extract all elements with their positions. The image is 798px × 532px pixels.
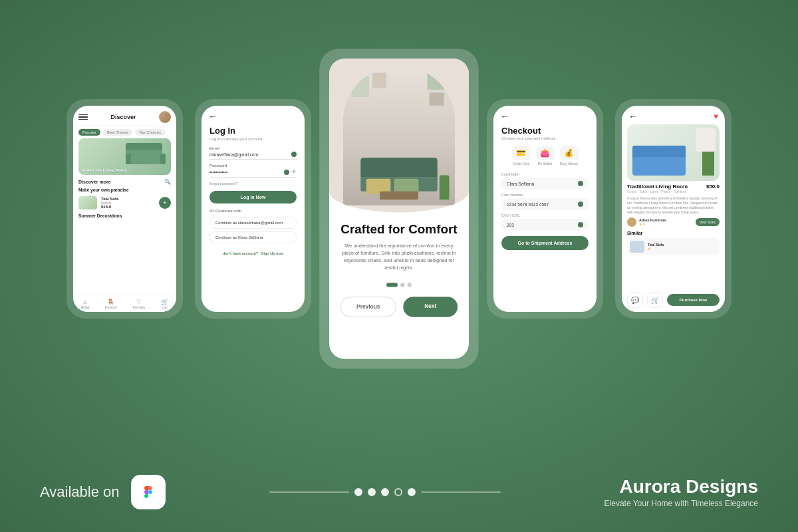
page-indicator-dots (354, 488, 416, 496)
product-thumbnail (78, 196, 97, 209)
purchase-now-button[interactable]: Purchase Now (667, 294, 720, 306)
sofa-scene (360, 158, 438, 191)
cardholder-field: Cardholder Clara Seftiana (501, 172, 589, 190)
bottom-center-section (166, 488, 604, 496)
cvv-input[interactable]: 203 (507, 223, 578, 227)
email-input-wrap: claraseftiana@gmail.com (209, 152, 297, 160)
add-to-cart-button[interactable]: + (159, 197, 171, 209)
brand-tagline: Elevate Your Home with Timeless Elegance (604, 499, 758, 508)
password-input[interactable]: •••••••••••• (209, 170, 284, 174)
easy-money-icon: 💰 (560, 146, 579, 160)
nav-cart-label: Cart (162, 306, 168, 309)
phone4-outer: ← Checkout Choose your payment method. 💳… (487, 99, 603, 319)
similar-product-card[interactable]: Teal Sofa ★ (627, 238, 720, 255)
favorite-heart-icon[interactable]: ♥ (714, 112, 718, 121)
next-button[interactable]: Next (403, 297, 458, 317)
cvv-check-icon (578, 222, 583, 227)
wallet-label: My Wallet (538, 162, 553, 166)
signup-prompt: don't have account? Sign Up now (201, 246, 305, 261)
product-detail-name: Traditional Living Room (627, 184, 688, 190)
page-dot-2[interactable] (368, 488, 376, 496)
available-on-text: Available on (40, 483, 119, 501)
email-field: Email claraseftiana@gmail.com (209, 146, 297, 160)
credit-card-label: Credit Card (513, 162, 530, 166)
hamburger-icon[interactable] (78, 114, 88, 120)
easy-money-option[interactable]: 💰 Easy Money (560, 146, 579, 166)
cvv-input-wrap: 203 (501, 219, 589, 231)
product-row: Teal Sofa Kinfolk $15.0 + (73, 195, 176, 211)
dot-2[interactable] (400, 283, 404, 287)
credit-card-option[interactable]: 💳 Credit Card (512, 146, 531, 166)
page-dot-5[interactable] (408, 488, 416, 496)
phone2-login: ← Log In Log in to access your account. … (201, 106, 305, 312)
login-button[interactable]: Log In Now (209, 191, 297, 203)
phone1-outer: Discover Popular Best Theme Top Choices (66, 99, 183, 319)
eye-icon[interactable]: 👁 (291, 169, 297, 175)
crafted-description: We understand the importance of comfort … (340, 242, 458, 271)
email-input[interactable]: claraseftiana@gmail.com (209, 152, 291, 157)
dot-1[interactable] (386, 283, 398, 287)
phone1-title: Discover (110, 114, 136, 120)
forgot-password[interactable]: forgot password? (201, 182, 305, 191)
banner-title: Green Tea Living Room (82, 168, 127, 172)
view-sizes-button[interactable]: View Sizes (696, 218, 720, 226)
nav-home-label: Home (81, 306, 89, 309)
plant-decoration (440, 176, 450, 200)
figma-icon[interactable] (131, 475, 166, 509)
banner-image: Green Tea Living Room (78, 138, 171, 175)
checkout-back-button[interactable]: ← (493, 106, 597, 124)
dot-3[interactable] (408, 283, 412, 287)
phones-row: Discover Popular Best Theme Top Choices (0, 0, 798, 361)
password-input-wrap: •••••••••••• 👁 (209, 169, 297, 178)
bottom-left-section: Available on (40, 475, 166, 509)
search-icon[interactable]: 🔍 (164, 179, 171, 185)
page-dot-4[interactable] (394, 488, 402, 496)
cart-add-button[interactable]: 🛒 (647, 292, 663, 308)
signup-text: don't have account? (223, 251, 258, 255)
card-number-input[interactable]: 1234 5678 9123 4567 (507, 202, 578, 207)
phone5-product-detail: ← ♥ Traditional Living Room Couch · Tabl… (622, 106, 725, 312)
summer-section-title: Summer Decorations (73, 211, 176, 219)
product-back-button[interactable]: ← (628, 111, 638, 122)
nav-furniture[interactable]: 🪑 Furniture (105, 299, 117, 309)
wallet-option[interactable]: 👛 My Wallet (536, 146, 555, 166)
page-dot-1[interactable] (354, 488, 362, 496)
back-button[interactable]: ← (201, 106, 305, 124)
nav-home[interactable]: ⌂ Home (81, 299, 89, 309)
chat-button[interactable]: 💬 (627, 292, 643, 308)
card-number-label: Card Number (501, 193, 589, 197)
phone3-content: Crafted for Comfort We understand the im… (329, 212, 469, 327)
sofa-back (360, 158, 438, 177)
tab-popular[interactable]: Popular (78, 129, 100, 136)
user-avatar[interactable] (159, 111, 171, 123)
seller-rating: ★ 9 (639, 222, 666, 226)
similar-product-info: Teal Sofa ★ (648, 243, 717, 251)
discover-label: Discover more (78, 180, 111, 184)
seller-info: Athes Furniture ★ 9 (639, 218, 666, 226)
brand-name: Aurora Designs (604, 476, 758, 497)
previous-button[interactable]: Previous (340, 297, 396, 317)
product-meta: Couch · Table · Lamp · Plants · Furnitur… (627, 190, 688, 194)
tab-best-theme[interactable]: Best Theme (103, 129, 132, 136)
seller-avatar (627, 217, 636, 227)
google-login-button[interactable]: Continue as claraseftiana@gmail.com (209, 217, 297, 229)
nav-cart[interactable]: 🛒 Cart (161, 299, 168, 309)
facebook-login-button[interactable]: Continue as Clara Seftiana (209, 231, 297, 243)
phone1-discover: Discover Popular Best Theme Top Choices (73, 106, 176, 312)
page-dot-3[interactable] (381, 488, 389, 496)
art-frame-1 (352, 76, 369, 98)
phone2-outer: ← Log In Log in to access your account. … (195, 99, 311, 319)
shipment-button[interactable]: Go to Shipment Address (501, 236, 589, 250)
nav-favorites[interactable]: ♡ Favorites (133, 299, 146, 309)
cart-icon: 🛒 (161, 299, 168, 305)
payment-methods: 💳 Credit Card 👛 My Wallet 💰 Easy Money (493, 146, 597, 172)
tab-top-choices[interactable]: Top Choices (135, 129, 165, 136)
nav-furniture-label: Furniture (105, 306, 117, 309)
login-subtitle: Log in to access your account. (201, 137, 305, 146)
password-label: Password (209, 164, 297, 168)
password-check-icon (284, 170, 289, 175)
cvv-label: CVV / CVC (501, 213, 589, 217)
signup-link[interactable]: Sign Up now (261, 251, 283, 255)
cardholder-input[interactable]: Clara Seftiana (507, 182, 578, 186)
login-title: Log In (201, 124, 305, 137)
